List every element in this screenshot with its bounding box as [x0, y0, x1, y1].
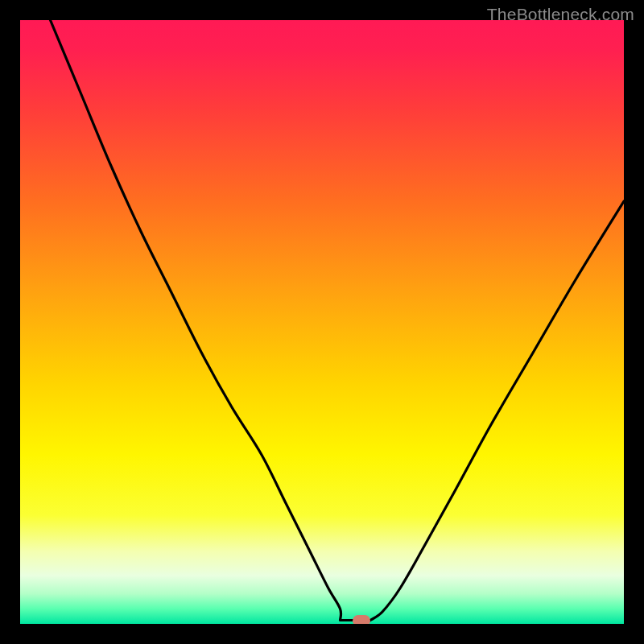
plot-area [20, 20, 624, 624]
chart-stage: TheBottleneck.com [0, 0, 644, 644]
plot-svg [20, 20, 624, 624]
optimal-marker-icon [353, 615, 370, 624]
watermark-text: TheBottleneck.com [487, 5, 634, 24]
gradient-background [20, 20, 624, 624]
